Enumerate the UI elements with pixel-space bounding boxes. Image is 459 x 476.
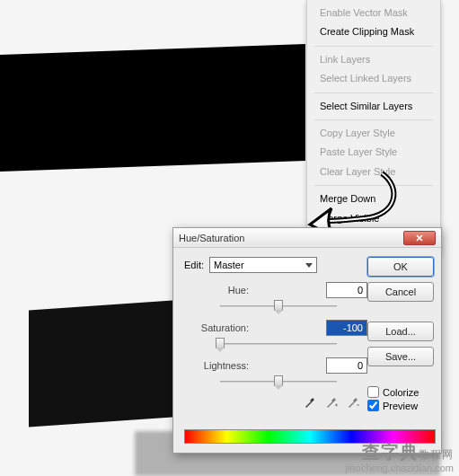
saturation-label: Saturation: — [184, 322, 249, 333]
ok-button[interactable]: OK — [367, 257, 434, 277]
eyedropper-group — [184, 395, 360, 410]
canvas-shape-bottom — [29, 300, 172, 427]
preview-label: Preview — [383, 401, 418, 411]
menu-item-select-similar-layers[interactable]: Select Similar Layers — [307, 97, 440, 116]
edit-select[interactable]: Master — [209, 257, 317, 273]
menu-item-paste-layer-style: Paste Layer Style — [307, 143, 440, 162]
colorize-label: Colorize — [383, 387, 419, 398]
close-button[interactable] — [403, 231, 436, 245]
hue-saturation-dialog: Hue/Saturation Edit: Master Hue: — [172, 227, 442, 454]
watermark: 查字典教程网 jiaocheng.chazidian.com — [346, 441, 454, 474]
menu-item-select-linked-layers: Select Linked Layers — [307, 69, 440, 88]
lightness-field: Lightness: — [184, 357, 367, 374]
eyedropper-add-icon[interactable] — [324, 395, 339, 410]
edit-label: Edit: — [184, 260, 204, 270]
lightness-input[interactable] — [326, 357, 367, 374]
menu-item-enable-vector-mask: Enable Vector Mask — [307, 4, 440, 22]
load-button[interactable]: Load... — [367, 322, 434, 341]
hue-label: Hue: — [184, 285, 249, 295]
saturation-slider[interactable] — [220, 338, 337, 350]
lightness-label: Lightness: — [184, 360, 249, 371]
saturation-field: Saturation: — [184, 320, 367, 336]
eyedropper-subtract-icon[interactable] — [346, 395, 360, 410]
colorize-check[interactable]: Colorize — [367, 386, 434, 398]
cancel-button[interactable]: Cancel — [367, 282, 434, 302]
menu-separator — [314, 119, 433, 120]
dialog-title: Hue/Saturation — [179, 233, 403, 243]
eyedropper-icon[interactable] — [303, 395, 317, 410]
lightness-slider[interactable] — [220, 375, 337, 388]
preview-check[interactable]: Preview — [367, 400, 434, 411]
hue-input[interactable] — [326, 282, 367, 298]
canvas-shape-top — [0, 44, 305, 172]
menu-item-copy-layer-style: Copy Layer Style — [307, 124, 440, 143]
save-button[interactable]: Save... — [367, 347, 434, 366]
menu-item-create-clipping-mask[interactable]: Create Clipping Mask — [307, 22, 440, 41]
menu-separator — [314, 46, 433, 47]
hue-field: Hue: — [184, 282, 367, 298]
dialog-titlebar[interactable]: Hue/Saturation — [173, 228, 441, 248]
menu-separator — [314, 93, 433, 93]
preview-checkbox[interactable] — [367, 400, 379, 411]
close-icon — [416, 234, 423, 242]
saturation-input[interactable] — [326, 320, 367, 336]
hue-slider[interactable] — [220, 300, 337, 313]
edit-select-value: Master — [214, 260, 244, 270]
chevron-down-icon — [305, 263, 313, 268]
menu-item-link-layers: Link Layers — [307, 50, 440, 69]
colorize-checkbox[interactable] — [367, 386, 379, 398]
